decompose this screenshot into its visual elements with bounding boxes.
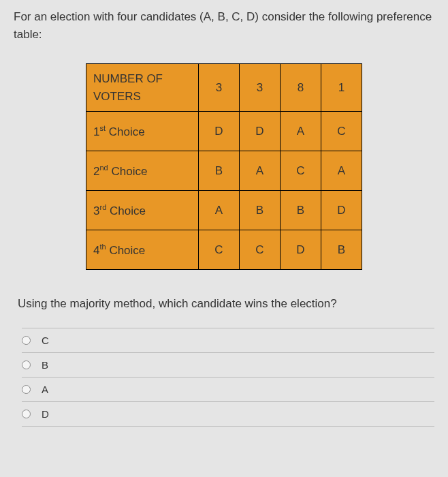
radio-icon <box>22 336 31 345</box>
cell-1-1: A <box>240 151 281 191</box>
option-b[interactable]: B <box>22 353 434 378</box>
cell-0-0: D <box>199 112 240 151</box>
option-d[interactable]: D <box>22 402 434 427</box>
answer-options: C B A D <box>14 328 434 427</box>
cell-1-0: B <box>199 151 240 191</box>
voter-count-3: 1 <box>321 64 362 112</box>
table-row: 1st Choice D D A C <box>86 112 362 151</box>
cell-2-0: A <box>199 191 240 230</box>
cell-3-3: B <box>321 230 362 270</box>
cell-0-2: A <box>281 112 321 151</box>
cell-0-3: C <box>321 112 362 151</box>
cell-1-3: A <box>321 151 362 191</box>
cell-3-0: C <box>199 230 240 270</box>
option-label: A <box>42 384 48 395</box>
cell-1-2: C <box>281 151 321 191</box>
voter-count-0: 3 <box>199 64 240 112</box>
voter-count-1: 3 <box>240 64 281 112</box>
option-label: C <box>42 335 49 346</box>
choice-label-3: 4th Choice <box>86 230 199 270</box>
radio-icon <box>22 385 31 394</box>
cell-2-3: D <box>321 191 362 230</box>
cell-2-1: B <box>240 191 281 230</box>
cell-0-1: D <box>240 112 281 151</box>
table-row: 3rd Choice A B B D <box>86 191 362 230</box>
table-row: 4th Choice C C D B <box>86 230 362 270</box>
table-header-row: NUMBER OF VOTERS 3 3 8 1 <box>86 64 362 112</box>
choice-label-2: 3rd Choice <box>86 191 199 230</box>
choice-label-1: 2nd Choice <box>86 151 199 191</box>
table-row: 2nd Choice B A C A <box>86 151 362 191</box>
voter-count-2: 8 <box>281 64 321 112</box>
option-c[interactable]: C <box>22 328 434 353</box>
header-label: NUMBER OF VOTERS <box>86 64 199 112</box>
choice-label-0: 1st Choice <box>86 112 199 151</box>
question-text: Using the majority method, which candida… <box>14 297 434 311</box>
option-a[interactable]: A <box>22 378 434 402</box>
cell-3-2: D <box>281 230 321 270</box>
option-label: D <box>42 408 49 420</box>
radio-icon <box>22 360 31 369</box>
preference-table: NUMBER OF VOTERS 3 3 8 1 1st Choice D D … <box>86 63 362 270</box>
radio-icon <box>22 410 31 418</box>
cell-2-2: B <box>281 191 321 230</box>
question-intro: For an election with four candidates (A,… <box>14 8 434 43</box>
table-wrapper: NUMBER OF VOTERS 3 3 8 1 1st Choice D D … <box>14 63 434 270</box>
cell-3-1: C <box>240 230 281 270</box>
option-label: B <box>42 359 48 371</box>
